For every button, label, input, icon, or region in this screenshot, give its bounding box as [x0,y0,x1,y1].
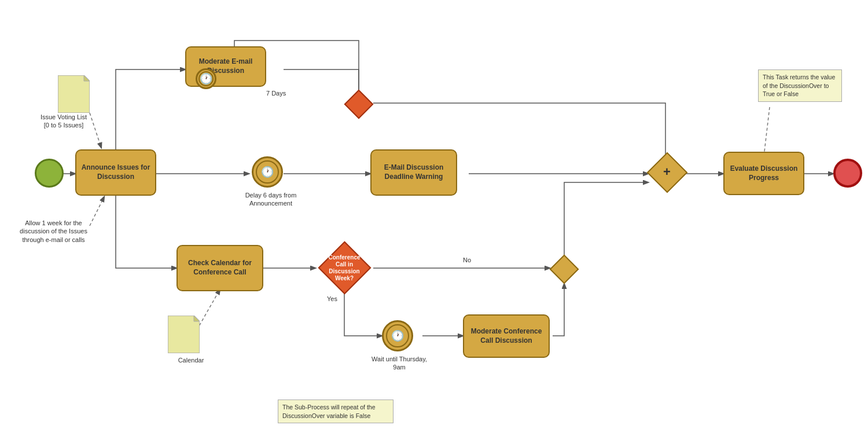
check-calendar-task[interactable]: Check Calendar for Conference Call [176,245,263,291]
conf-call-gateway: Conference Call in Discussion Week? [315,243,373,292]
wait-clock-icon: 🕐 [391,329,404,342]
voting-list-document [58,75,90,115]
check-calendar-label: Check Calendar for Conference Call [181,259,259,277]
voting-list-label: Issue Voting List[0 to 5 Issues] [32,113,95,130]
allow-week-label: Allow 1 week for the discussion of the I… [12,219,95,244]
svg-line-11 [764,107,770,156]
delay-label: Delay 6 days from Announcement [236,191,306,208]
annotation-task-returns-text: This Task returns the value of the Discu… [763,74,835,97]
calendar-label: Calendar [168,356,214,364]
announce-issues-task[interactable]: Announce Issues for Discussion [75,149,156,196]
annotation-subprocess: The Sub-Process will repeat of the Discu… [278,400,393,423]
evaluate-task[interactable]: Evaluate Discussion Progress [723,152,804,195]
moderate-conf-task[interactable]: Moderate Conference Call Discussion [463,314,550,358]
delay-clock-icon: 🕐 [261,166,274,178]
start-event [35,159,64,188]
moderate-conf-label: Moderate Conference Call Discussion [468,327,545,345]
calendar-document [168,316,200,356]
seven-days-gateway [344,90,373,119]
end-event [833,159,862,188]
email-deadline-label: E-Mail Discussion Deadline Warning [375,163,453,181]
clock-icon: 🕐 [200,72,212,85]
delay-intermediate-event: 🕐 [252,156,283,188]
parallel-gateway: + [648,153,686,191]
svg-line-10 [197,290,220,330]
parallel-gateway-label: + [663,164,671,179]
moderate-email-timer: 🕐 [196,68,216,89]
svg-marker-13 [84,75,90,81]
no-label: No [463,257,471,263]
bpmn-diagram: Announce Issues for Discussion Moderate … [0,0,868,447]
wait-thursday-label: Wait until Thursday, 9am [370,355,428,372]
seven-days-label: 7 Days [266,90,286,97]
annotation-task-returns: This Task returns the value of the Discu… [758,69,842,102]
announce-issues-label: Announce Issues for Discussion [80,163,152,181]
yes-label: Yes [327,295,337,302]
evaluate-label: Evaluate Discussion Progress [728,164,800,182]
no-path-gateway [550,255,579,284]
wait-thursday-event: 🕐 [382,320,413,351]
annotation-subprocess-text: The Sub-Process will repeat of the Discu… [282,404,376,419]
conf-call-gateway-label: Conference Call in Discussion Week? [327,254,362,282]
svg-marker-15 [194,316,200,321]
email-deadline-task[interactable]: E-Mail Discussion Deadline Warning [370,149,457,196]
